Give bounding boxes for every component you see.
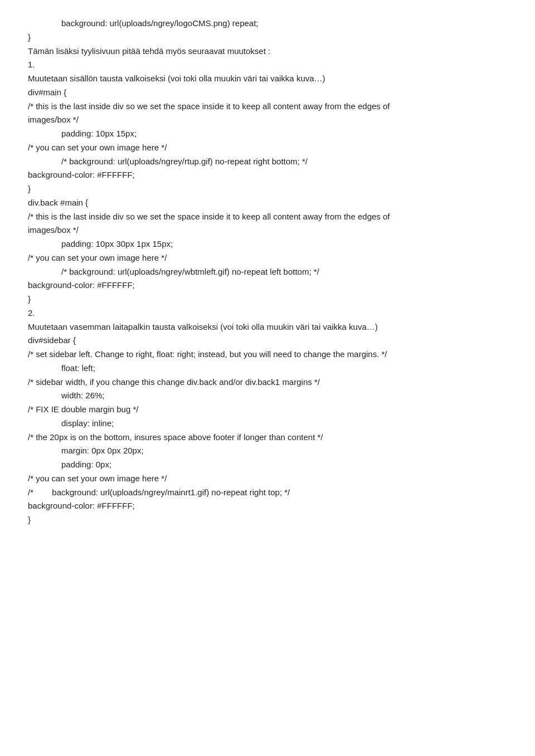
text-line: /* set sidebar left. Change to right, fl…: [28, 348, 507, 362]
text-line: padding: 10px 15px;: [28, 127, 507, 141]
text-line: /* sidebar width, if you change this cha…: [28, 375, 507, 389]
text-line: /* this is the last inside div so we set…: [28, 100, 507, 114]
text-line: /* this is the last inside div so we set…: [28, 210, 507, 224]
text-line: images/box */: [28, 113, 507, 127]
text-line: }: [28, 292, 507, 306]
text-line: background-color: #FFFFFF;: [28, 168, 507, 182]
text-line: background-color: #FFFFFF;: [28, 279, 507, 292]
text-line: /* background: url(uploads/ngrey/wbtmlef…: [28, 265, 507, 279]
text-line: background: url(uploads/ngrey/logoCMS.pn…: [28, 17, 507, 31]
text-line: /* you can set your own image here */: [28, 472, 507, 486]
text-line: }: [28, 31, 507, 45]
text-line: Muutetaan vasemman laitapalkin tausta va…: [28, 320, 507, 334]
text-line: }: [28, 182, 507, 196]
text-line: padding: 0px;: [28, 458, 507, 472]
text-line: background-color: #FFFFFF;: [28, 499, 507, 513]
text-line: /* the 20px is on the bottom, insures sp…: [28, 431, 507, 445]
text-line: div.back #main {: [28, 196, 507, 210]
text-line: display: inline;: [28, 417, 507, 431]
text-line: float: left;: [28, 362, 507, 375]
text-line: margin: 0px 0px 20px;: [28, 444, 507, 458]
text-line: div#sidebar {: [28, 334, 507, 348]
page-content: background: url(uploads/ngrey/logoCMS.pn…: [28, 17, 507, 527]
text-line: 1.: [28, 58, 507, 72]
text-line: div#main {: [28, 86, 507, 100]
text-line: padding: 10px 30px 1px 15px;: [28, 237, 507, 251]
text-line: /* background: url(uploads/ngrey/rtup.gi…: [28, 155, 507, 169]
text-line: width: 26%;: [28, 389, 507, 403]
lines-container: background: url(uploads/ngrey/logoCMS.pn…: [28, 17, 507, 527]
text-line: /* you can set your own image here */: [28, 141, 507, 155]
text-line: /* you can set your own image here */: [28, 251, 507, 265]
text-line: Tämän lisäksi tyylisivuun pitää tehdä my…: [28, 45, 507, 58]
text-line: /* background: url(uploads/ngrey/mainrt1…: [28, 486, 507, 500]
text-line: /* FIX IE double margin bug */: [28, 403, 507, 417]
text-line: images/box */: [28, 223, 507, 237]
text-line: }: [28, 513, 507, 527]
text-line: 2.: [28, 306, 507, 320]
text-line: Muutetaan sisällön tausta valkoiseksi (v…: [28, 72, 507, 86]
